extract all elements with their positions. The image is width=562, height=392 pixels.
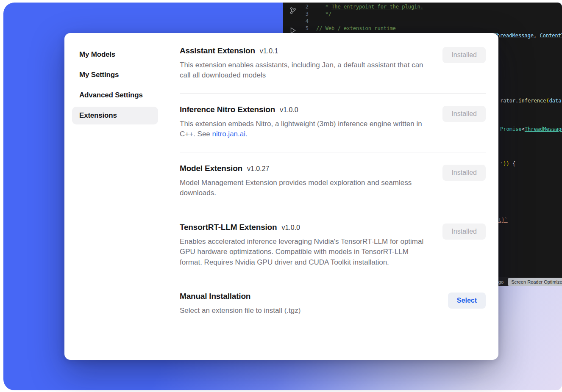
- extension-heading: Inference Nitro Extensionv1.0.0: [180, 105, 428, 114]
- extension-info: TensortRT-LLM Extensionv1.0.0Enables acc…: [180, 223, 428, 268]
- extension-heading: TensortRT-LLM Extensionv1.0.0: [180, 223, 428, 232]
- extension-info: Model Extensionv1.0.27Model Management E…: [180, 164, 428, 199]
- code-token: */: [316, 11, 331, 17]
- code-token: (: [546, 98, 549, 104]
- code-token: inference: [518, 98, 546, 104]
- git-branch-icon[interactable]: [289, 7, 297, 16]
- code-line: 4: [299, 18, 562, 25]
- extension-description: This extension embeds Nitro, a lightweig…: [180, 119, 428, 140]
- extension-list: Assistant Extensionv1.0.1This extension …: [165, 33, 498, 360]
- installed-button[interactable]: Installed: [442, 47, 486, 63]
- screen-reader-badge[interactable]: Screen Reader Optimized: [508, 278, 562, 286]
- extension-version: v1.0.0: [281, 224, 300, 232]
- code-fragment: t}`: [498, 217, 508, 224]
- extension-version: v1.0.1: [260, 47, 278, 55]
- line-number: 3: [299, 11, 316, 18]
- code-token: t}`: [498, 217, 508, 223]
- extension-info: Manual InstallationSelect an extension f…: [180, 292, 300, 316]
- extension-title: Inference Nitro Extension: [180, 105, 275, 114]
- code-token: {: [509, 161, 515, 167]
- code-line: 2 * The entrypoint for the plugin.: [299, 3, 562, 11]
- settings-sidebar: My ModelsMy SettingsAdvanced SettingsExt…: [64, 33, 165, 360]
- line-content: */: [316, 11, 331, 18]
- extension-row: Inference Nitro Extensionv1.0.0This exte…: [180, 94, 486, 152]
- extension-version: v1.0.27: [247, 165, 269, 173]
- code-token: Promise: [500, 126, 522, 132]
- extension-row: TensortRT-LLM Extensionv1.0.0Enables acc…: [180, 211, 486, 280]
- extension-description: Select an extension file to install (.tg…: [180, 306, 300, 316]
- extension-title: Model Extension: [180, 164, 242, 173]
- code-token: ThreadMessage: [525, 126, 562, 132]
- line-number: 2: [299, 3, 316, 11]
- extension-title: Manual Installation: [180, 292, 250, 301]
- code-token: ThreadMessage: [494, 33, 534, 39]
- line-number: 4: [299, 18, 316, 25]
- sidebar-nav: My ModelsMy SettingsAdvanced SettingsExt…: [72, 46, 158, 124]
- sidebar-item-my-settings[interactable]: My Settings: [72, 66, 158, 84]
- code-token: <: [522, 126, 525, 132]
- extension-version: v1.0.0: [280, 106, 298, 114]
- extension-title: TensortRT-LLM Extension: [180, 223, 277, 232]
- code-token: // Web / extension runtime: [316, 25, 396, 31]
- code-token: ContentType: [540, 33, 562, 39]
- extension-row: Model Extensionv1.0.27Model Management E…: [180, 152, 486, 211]
- settings-modal: My ModelsMy SettingsAdvanced SettingsExt…: [64, 33, 498, 360]
- code-fragment: ')) {: [500, 160, 515, 167]
- extension-title: Assistant Extension: [180, 46, 255, 55]
- code-line: 3 */: [299, 11, 562, 18]
- extension-heading: Assistant Extensionv1.0.1: [180, 46, 428, 55]
- code-line: 5// Web / extension runtime: [299, 25, 562, 32]
- code-token: )): [503, 161, 509, 167]
- select-button[interactable]: Select: [448, 293, 486, 309]
- code-token: data: [549, 98, 562, 104]
- status-language-label[interactable]: go: [498, 279, 504, 284]
- extension-info: Inference Nitro Extensionv1.0.0This exte…: [180, 105, 428, 140]
- code-token: rator.: [500, 98, 518, 104]
- extension-description: Model Management Extension provides mode…: [180, 178, 428, 199]
- code-fragment: Promise<ThreadMessage>: [500, 126, 562, 133]
- extension-description: This extension enables assistants, inclu…: [180, 60, 428, 81]
- extension-description: Enables accelerated inference leveraging…: [180, 237, 428, 268]
- line-content: // Web / extension runtime: [316, 25, 396, 32]
- installed-button[interactable]: Installed: [442, 165, 486, 181]
- installed-button[interactable]: Installed: [442, 106, 486, 122]
- line-number: 5: [299, 25, 316, 32]
- installed-button[interactable]: Installed: [442, 224, 486, 240]
- line-content: * The entrypoint for the plugin.: [316, 3, 423, 11]
- extension-info: Assistant Extensionv1.0.1This extension …: [180, 46, 428, 81]
- sidebar-item-advanced-settings[interactable]: Advanced Settings: [72, 86, 158, 104]
- extension-heading: Manual Installation: [180, 292, 300, 301]
- code-fragment: rator.inference(data));: [500, 97, 562, 104]
- code-token: ,: [534, 33, 540, 39]
- code-token: The entrypoint for the plugin.: [331, 4, 423, 10]
- screen: 2 * The entrypoint for the plugin.3 */45…: [0, 0, 562, 392]
- extension-heading: Model Extensionv1.0.27: [180, 164, 428, 173]
- extension-row: Assistant Extensionv1.0.1This extension …: [180, 35, 486, 94]
- editor-activity-column: [287, 7, 299, 36]
- sidebar-item-my-models[interactable]: My Models: [72, 46, 158, 63]
- sidebar-item-extensions[interactable]: Extensions: [72, 107, 158, 124]
- extension-row: Manual InstallationSelect an extension f…: [180, 280, 486, 328]
- extension-link[interactable]: nitro.jan.ai.: [212, 130, 248, 138]
- code-token: *: [316, 4, 331, 10]
